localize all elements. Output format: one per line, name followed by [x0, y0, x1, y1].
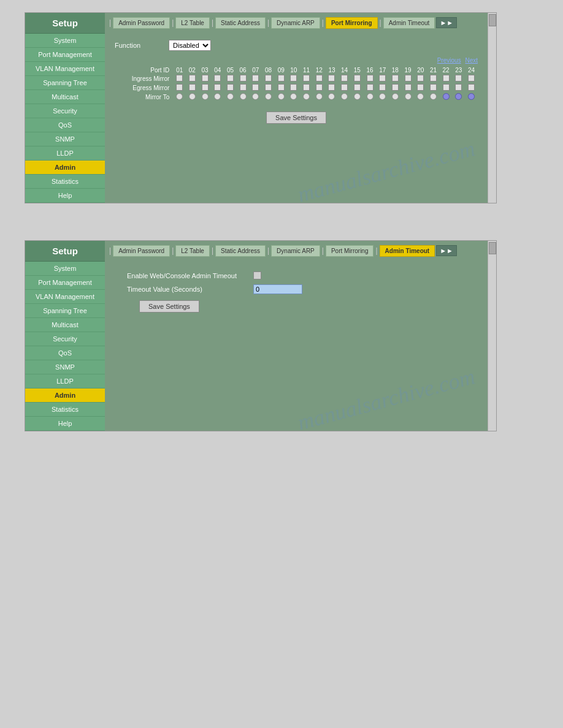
ingress-cb-17[interactable] — [379, 75, 386, 82]
egress-cb-2[interactable] — [189, 84, 196, 91]
sidebar-item-security-2[interactable]: Security — [25, 332, 105, 346]
tab-admin-timeout-2[interactable]: Admin Timeout — [380, 245, 435, 257]
sidebar-item-admin-1[interactable]: Admin — [25, 161, 105, 175]
ingress-cb-6[interactable] — [240, 75, 247, 82]
egress-cb-4[interactable] — [214, 84, 221, 91]
ingress-cb-19[interactable] — [405, 75, 412, 82]
sidebar-item-spanning-1[interactable]: Spanning Tree — [25, 76, 105, 90]
sidebar-item-vlanmgmt-1[interactable]: VLAN Management — [25, 62, 105, 76]
mirrorto-r-15[interactable] — [354, 93, 361, 100]
sidebar-item-help-1[interactable]: Help — [25, 189, 105, 203]
sidebar-item-help-2[interactable]: Help — [25, 417, 105, 431]
egress-cb-19[interactable] — [405, 84, 412, 91]
mirrorto-r-7[interactable] — [252, 93, 259, 100]
save-button-2[interactable]: Save Settings — [139, 300, 199, 313]
mirrorto-r-14[interactable] — [341, 93, 348, 100]
ingress-cb-20[interactable] — [417, 75, 424, 82]
egress-cb-15[interactable] — [354, 84, 361, 91]
save-button-1[interactable]: Save Settings — [266, 112, 326, 124]
egress-cb-11[interactable] — [303, 84, 310, 91]
sidebar-item-admin-2[interactable]: Admin — [25, 389, 105, 403]
timeout-value-input[interactable] — [253, 284, 302, 294]
tab-dynamic-arp-2[interactable]: Dynamic ARP — [271, 245, 320, 257]
egress-cb-10[interactable] — [290, 84, 297, 91]
tab-l2table-2[interactable]: L2 Table — [175, 245, 210, 257]
mirrorto-r-24[interactable] — [468, 93, 475, 100]
egress-cb-3[interactable] — [202, 84, 209, 91]
ingress-cb-11[interactable] — [303, 75, 310, 82]
mirrorto-r-10[interactable] — [290, 93, 297, 100]
sidebar-item-system-2[interactable]: System — [25, 262, 105, 276]
mirrorto-r-8[interactable] — [265, 93, 272, 100]
mirrorto-r-4[interactable] — [214, 93, 221, 100]
egress-cb-22[interactable] — [443, 84, 450, 91]
sidebar-item-multicast-2[interactable]: Multicast — [25, 318, 105, 332]
scrollbar-thumb-1[interactable] — [489, 14, 496, 26]
ingress-cb-15[interactable] — [354, 75, 361, 82]
next-link[interactable]: Next — [465, 57, 478, 64]
tab-admin-password-2[interactable]: Admin Password — [113, 245, 170, 257]
ingress-cb-8[interactable] — [265, 75, 272, 82]
ingress-cb-10[interactable] — [290, 75, 297, 82]
sidebar-item-security-1[interactable]: Security — [25, 104, 105, 118]
mirrorto-r-19[interactable] — [405, 93, 412, 100]
tab-l2table-1[interactable]: L2 Table — [175, 17, 210, 29]
mirrorto-r-1[interactable] — [176, 93, 183, 100]
mirrorto-r-5[interactable] — [227, 93, 234, 100]
scrollbar-2[interactable] — [488, 241, 496, 431]
ingress-cb-12[interactable] — [316, 75, 323, 82]
egress-cb-24[interactable] — [468, 84, 475, 91]
tab-port-mirroring-1[interactable]: Port Mirroring — [326, 17, 378, 29]
egress-cb-23[interactable] — [455, 84, 462, 91]
sidebar-item-snmp-1[interactable]: SNMP — [25, 132, 105, 146]
egress-cb-18[interactable] — [392, 84, 399, 91]
mirrorto-r-3[interactable] — [202, 93, 209, 100]
mirrorto-r-18[interactable] — [392, 93, 399, 100]
tab-nav-next-2[interactable]: ►► — [436, 245, 457, 256]
tab-static-address-1[interactable]: Static Address — [215, 17, 266, 29]
mirrorto-r-11[interactable] — [303, 93, 310, 100]
tab-static-address-2[interactable]: Static Address — [215, 245, 266, 257]
ingress-cb-23[interactable] — [455, 75, 462, 82]
ingress-cb-21[interactable] — [430, 75, 437, 82]
mirrorto-r-6[interactable] — [240, 93, 247, 100]
sidebar-item-qos-2[interactable]: QoS — [25, 346, 105, 360]
mirrorto-r-16[interactable] — [367, 93, 373, 100]
sidebar-item-snmp-2[interactable]: SNMP — [25, 360, 105, 374]
egress-cb-16[interactable] — [367, 84, 373, 91]
tab-port-mirroring-2[interactable]: Port Mirroring — [326, 245, 374, 257]
egress-cb-5[interactable] — [227, 84, 234, 91]
mirrorto-r-23[interactable] — [455, 93, 462, 100]
ingress-cb-4[interactable] — [214, 75, 221, 82]
ingress-cb-3[interactable] — [202, 75, 209, 82]
ingress-cb-16[interactable] — [367, 75, 373, 82]
scrollbar-1[interactable] — [488, 13, 496, 203]
mirrorto-r-9[interactable] — [278, 93, 285, 100]
ingress-cb-7[interactable] — [252, 75, 259, 82]
egress-cb-20[interactable] — [417, 84, 424, 91]
ingress-cb-2[interactable] — [189, 75, 196, 82]
enable-checkbox[interactable] — [253, 271, 261, 279]
sidebar-item-lldp-2[interactable]: LLDP — [25, 374, 105, 389]
mirrorto-r-20[interactable] — [417, 93, 424, 100]
mirrorto-r-21[interactable] — [430, 93, 437, 100]
egress-cb-8[interactable] — [265, 84, 272, 91]
sidebar-item-multicast-1[interactable]: Multicast — [25, 90, 105, 104]
tab-nav-next-1[interactable]: ►► — [436, 17, 457, 28]
egress-cb-12[interactable] — [316, 84, 323, 91]
sidebar-item-portmgmt-2[interactable]: Port Management — [25, 276, 105, 290]
mirrorto-r-2[interactable] — [189, 93, 196, 100]
ingress-cb-9[interactable] — [278, 75, 285, 82]
ingress-cb-5[interactable] — [227, 75, 234, 82]
sidebar-item-system-1[interactable]: System — [25, 34, 105, 48]
scrollbar-thumb-2[interactable] — [489, 242, 496, 254]
mirrorto-r-17[interactable] — [379, 93, 386, 100]
prev-link[interactable]: Previous — [437, 57, 461, 64]
mirrorto-r-12[interactable] — [316, 93, 323, 100]
ingress-cb-14[interactable] — [341, 75, 348, 82]
mirrorto-r-13[interactable] — [328, 93, 335, 100]
sidebar-item-vlanmgmt-2[interactable]: VLAN Management — [25, 290, 105, 304]
egress-cb-21[interactable] — [430, 84, 437, 91]
ingress-cb-22[interactable] — [443, 75, 450, 82]
tab-dynamic-arp-1[interactable]: Dynamic ARP — [271, 17, 320, 29]
